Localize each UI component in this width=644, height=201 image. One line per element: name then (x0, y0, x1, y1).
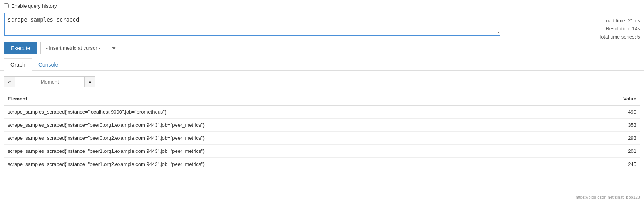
enable-history-text: Enable query history (11, 3, 57, 9)
value-column-header: Value (582, 93, 640, 105)
element-column-header: Element (4, 93, 582, 105)
toolbar: Execute - insert metric at cursor - (0, 39, 644, 57)
element-cell: scrape_samples_scraped{instance="localho… (4, 105, 582, 119)
enable-history-checkbox[interactable] (4, 3, 9, 8)
moment-input[interactable] (15, 76, 84, 87)
table-row: scrape_samples_scraped{instance="peer0.o… (4, 119, 640, 132)
element-cell: scrape_samples_scraped{instance="peer1.o… (4, 145, 582, 158)
top-bar: Enable query history (0, 0, 644, 10)
table-row: scrape_samples_scraped{instance="peer1.o… (4, 145, 640, 158)
value-cell: 490 (582, 105, 640, 119)
insert-metric-select[interactable]: - insert metric at cursor - (40, 42, 117, 54)
info-panel: Load time: 21ms Resolution: 14s Total ti… (599, 17, 640, 41)
value-cell: 353 (582, 119, 640, 132)
results-table: Element Value scrape_samples_scraped{ins… (4, 93, 640, 171)
moment-row: « » (4, 76, 640, 87)
table-header-row: Element Value (4, 93, 640, 105)
moment-forward-button[interactable]: » (84, 76, 95, 87)
query-area: scrape_samples_scraped (0, 10, 644, 39)
total-time-series: Total time series: 5 (599, 33, 640, 41)
console-tab-content: « » Element Value scrape_samples_scraped… (0, 71, 644, 176)
query-input[interactable]: scrape_samples_scraped (4, 13, 500, 36)
moment-back-button[interactable]: « (4, 76, 15, 87)
element-cell: scrape_samples_scraped{instance="peer1.o… (4, 158, 582, 171)
value-cell: 201 (582, 145, 640, 158)
table-row: scrape_samples_scraped{instance="peer0.o… (4, 132, 640, 145)
tab-graph[interactable]: Graph (4, 58, 32, 71)
element-cell: scrape_samples_scraped{instance="peer0.o… (4, 119, 582, 132)
element-cell: scrape_samples_scraped{instance="peer0.o… (4, 132, 582, 145)
value-cell: 245 (582, 158, 640, 171)
resolution: Resolution: 14s (599, 25, 640, 33)
tab-console[interactable]: Console (32, 58, 65, 71)
enable-history-label[interactable]: Enable query history (4, 3, 57, 9)
table-row: scrape_samples_scraped{instance="localho… (4, 105, 640, 119)
execute-button[interactable]: Execute (4, 42, 37, 54)
tabs-row: Graph Console (0, 58, 644, 71)
table-row: scrape_samples_scraped{instance="peer1.o… (4, 158, 640, 171)
value-cell: 293 (582, 132, 640, 145)
load-time: Load time: 21ms (599, 17, 640, 25)
